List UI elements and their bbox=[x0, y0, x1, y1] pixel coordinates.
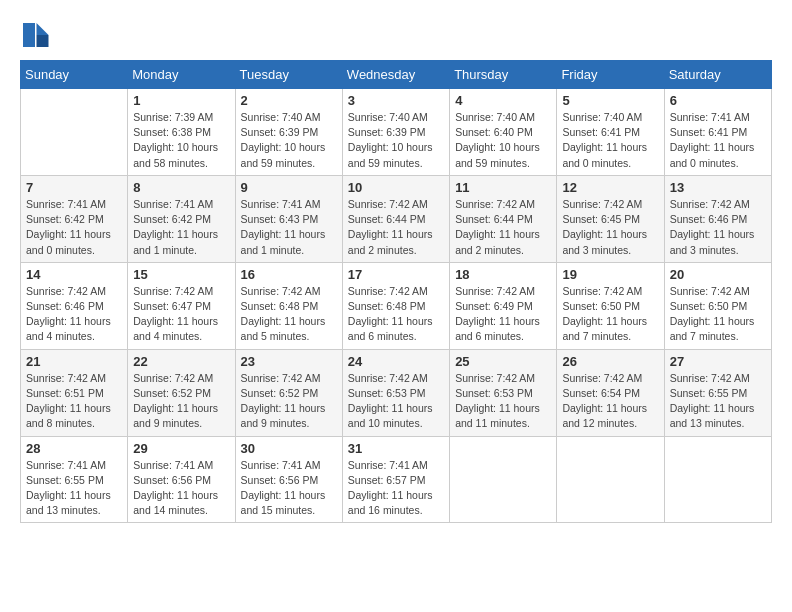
logo-icon bbox=[20, 20, 50, 50]
day-detail: Sunrise: 7:41 AM Sunset: 6:42 PM Dayligh… bbox=[26, 197, 122, 258]
calendar-cell bbox=[557, 436, 664, 523]
day-detail: Sunrise: 7:42 AM Sunset: 6:54 PM Dayligh… bbox=[562, 371, 658, 432]
calendar-cell: 28Sunrise: 7:41 AM Sunset: 6:55 PM Dayli… bbox=[21, 436, 128, 523]
calendar-cell: 16Sunrise: 7:42 AM Sunset: 6:48 PM Dayli… bbox=[235, 262, 342, 349]
calendar-cell bbox=[21, 89, 128, 176]
calendar-cell: 26Sunrise: 7:42 AM Sunset: 6:54 PM Dayli… bbox=[557, 349, 664, 436]
day-number: 20 bbox=[670, 267, 766, 282]
day-number: 16 bbox=[241, 267, 337, 282]
day-detail: Sunrise: 7:42 AM Sunset: 6:52 PM Dayligh… bbox=[133, 371, 229, 432]
day-number: 13 bbox=[670, 180, 766, 195]
calendar-cell: 10Sunrise: 7:42 AM Sunset: 6:44 PM Dayli… bbox=[342, 175, 449, 262]
day-number: 3 bbox=[348, 93, 444, 108]
day-detail: Sunrise: 7:42 AM Sunset: 6:49 PM Dayligh… bbox=[455, 284, 551, 345]
svg-rect-2 bbox=[23, 23, 35, 47]
day-number: 5 bbox=[562, 93, 658, 108]
calendar-cell bbox=[450, 436, 557, 523]
day-detail: Sunrise: 7:41 AM Sunset: 6:55 PM Dayligh… bbox=[26, 458, 122, 519]
calendar-cell: 19Sunrise: 7:42 AM Sunset: 6:50 PM Dayli… bbox=[557, 262, 664, 349]
day-number: 4 bbox=[455, 93, 551, 108]
calendar-cell: 23Sunrise: 7:42 AM Sunset: 6:52 PM Dayli… bbox=[235, 349, 342, 436]
day-detail: Sunrise: 7:42 AM Sunset: 6:55 PM Dayligh… bbox=[670, 371, 766, 432]
day-detail: Sunrise: 7:41 AM Sunset: 6:56 PM Dayligh… bbox=[133, 458, 229, 519]
calendar-cell: 17Sunrise: 7:42 AM Sunset: 6:48 PM Dayli… bbox=[342, 262, 449, 349]
header-cell-tuesday: Tuesday bbox=[235, 61, 342, 89]
day-detail: Sunrise: 7:40 AM Sunset: 6:39 PM Dayligh… bbox=[348, 110, 444, 171]
day-number: 15 bbox=[133, 267, 229, 282]
day-number: 30 bbox=[241, 441, 337, 456]
calendar-cell: 31Sunrise: 7:41 AM Sunset: 6:57 PM Dayli… bbox=[342, 436, 449, 523]
day-number: 28 bbox=[26, 441, 122, 456]
header-cell-wednesday: Wednesday bbox=[342, 61, 449, 89]
day-detail: Sunrise: 7:41 AM Sunset: 6:41 PM Dayligh… bbox=[670, 110, 766, 171]
day-number: 23 bbox=[241, 354, 337, 369]
calendar-cell: 3Sunrise: 7:40 AM Sunset: 6:39 PM Daylig… bbox=[342, 89, 449, 176]
calendar-cell: 4Sunrise: 7:40 AM Sunset: 6:40 PM Daylig… bbox=[450, 89, 557, 176]
calendar-week-1: 1Sunrise: 7:39 AM Sunset: 6:38 PM Daylig… bbox=[21, 89, 772, 176]
day-detail: Sunrise: 7:42 AM Sunset: 6:44 PM Dayligh… bbox=[455, 197, 551, 258]
day-detail: Sunrise: 7:41 AM Sunset: 6:57 PM Dayligh… bbox=[348, 458, 444, 519]
header-cell-saturday: Saturday bbox=[664, 61, 771, 89]
day-detail: Sunrise: 7:42 AM Sunset: 6:48 PM Dayligh… bbox=[348, 284, 444, 345]
calendar-cell: 6Sunrise: 7:41 AM Sunset: 6:41 PM Daylig… bbox=[664, 89, 771, 176]
day-detail: Sunrise: 7:40 AM Sunset: 6:39 PM Dayligh… bbox=[241, 110, 337, 171]
day-detail: Sunrise: 7:41 AM Sunset: 6:56 PM Dayligh… bbox=[241, 458, 337, 519]
calendar-cell: 7Sunrise: 7:41 AM Sunset: 6:42 PM Daylig… bbox=[21, 175, 128, 262]
calendar-cell bbox=[664, 436, 771, 523]
calendar-cell: 29Sunrise: 7:41 AM Sunset: 6:56 PM Dayli… bbox=[128, 436, 235, 523]
day-number: 8 bbox=[133, 180, 229, 195]
calendar-week-4: 21Sunrise: 7:42 AM Sunset: 6:51 PM Dayli… bbox=[21, 349, 772, 436]
day-number: 9 bbox=[241, 180, 337, 195]
calendar-cell: 27Sunrise: 7:42 AM Sunset: 6:55 PM Dayli… bbox=[664, 349, 771, 436]
day-number: 29 bbox=[133, 441, 229, 456]
calendar-cell: 11Sunrise: 7:42 AM Sunset: 6:44 PM Dayli… bbox=[450, 175, 557, 262]
day-detail: Sunrise: 7:42 AM Sunset: 6:47 PM Dayligh… bbox=[133, 284, 229, 345]
day-number: 10 bbox=[348, 180, 444, 195]
header-cell-thursday: Thursday bbox=[450, 61, 557, 89]
calendar-cell: 5Sunrise: 7:40 AM Sunset: 6:41 PM Daylig… bbox=[557, 89, 664, 176]
day-detail: Sunrise: 7:42 AM Sunset: 6:46 PM Dayligh… bbox=[670, 197, 766, 258]
day-detail: Sunrise: 7:42 AM Sunset: 6:50 PM Dayligh… bbox=[562, 284, 658, 345]
day-number: 1 bbox=[133, 93, 229, 108]
day-number: 6 bbox=[670, 93, 766, 108]
day-number: 31 bbox=[348, 441, 444, 456]
header-cell-monday: Monday bbox=[128, 61, 235, 89]
calendar-cell: 22Sunrise: 7:42 AM Sunset: 6:52 PM Dayli… bbox=[128, 349, 235, 436]
day-number: 27 bbox=[670, 354, 766, 369]
page-header bbox=[20, 20, 772, 50]
calendar-cell: 20Sunrise: 7:42 AM Sunset: 6:50 PM Dayli… bbox=[664, 262, 771, 349]
header-cell-sunday: Sunday bbox=[21, 61, 128, 89]
day-detail: Sunrise: 7:40 AM Sunset: 6:40 PM Dayligh… bbox=[455, 110, 551, 171]
day-number: 17 bbox=[348, 267, 444, 282]
day-number: 25 bbox=[455, 354, 551, 369]
day-detail: Sunrise: 7:42 AM Sunset: 6:53 PM Dayligh… bbox=[348, 371, 444, 432]
calendar-cell: 15Sunrise: 7:42 AM Sunset: 6:47 PM Dayli… bbox=[128, 262, 235, 349]
calendar-cell: 1Sunrise: 7:39 AM Sunset: 6:38 PM Daylig… bbox=[128, 89, 235, 176]
calendar-cell: 25Sunrise: 7:42 AM Sunset: 6:53 PM Dayli… bbox=[450, 349, 557, 436]
day-detail: Sunrise: 7:40 AM Sunset: 6:41 PM Dayligh… bbox=[562, 110, 658, 171]
day-detail: Sunrise: 7:42 AM Sunset: 6:50 PM Dayligh… bbox=[670, 284, 766, 345]
calendar-cell: 13Sunrise: 7:42 AM Sunset: 6:46 PM Dayli… bbox=[664, 175, 771, 262]
calendar-cell: 2Sunrise: 7:40 AM Sunset: 6:39 PM Daylig… bbox=[235, 89, 342, 176]
calendar-cell: 30Sunrise: 7:41 AM Sunset: 6:56 PM Dayli… bbox=[235, 436, 342, 523]
day-number: 19 bbox=[562, 267, 658, 282]
calendar-cell: 9Sunrise: 7:41 AM Sunset: 6:43 PM Daylig… bbox=[235, 175, 342, 262]
day-detail: Sunrise: 7:39 AM Sunset: 6:38 PM Dayligh… bbox=[133, 110, 229, 171]
day-detail: Sunrise: 7:42 AM Sunset: 6:46 PM Dayligh… bbox=[26, 284, 122, 345]
day-number: 2 bbox=[241, 93, 337, 108]
day-number: 12 bbox=[562, 180, 658, 195]
svg-marker-1 bbox=[37, 35, 49, 47]
day-detail: Sunrise: 7:42 AM Sunset: 6:51 PM Dayligh… bbox=[26, 371, 122, 432]
calendar-cell: 18Sunrise: 7:42 AM Sunset: 6:49 PM Dayli… bbox=[450, 262, 557, 349]
calendar-week-5: 28Sunrise: 7:41 AM Sunset: 6:55 PM Dayli… bbox=[21, 436, 772, 523]
day-detail: Sunrise: 7:41 AM Sunset: 6:42 PM Dayligh… bbox=[133, 197, 229, 258]
calendar-cell: 24Sunrise: 7:42 AM Sunset: 6:53 PM Dayli… bbox=[342, 349, 449, 436]
day-detail: Sunrise: 7:42 AM Sunset: 6:45 PM Dayligh… bbox=[562, 197, 658, 258]
day-number: 18 bbox=[455, 267, 551, 282]
calendar-week-3: 14Sunrise: 7:42 AM Sunset: 6:46 PM Dayli… bbox=[21, 262, 772, 349]
logo bbox=[20, 20, 54, 50]
day-number: 7 bbox=[26, 180, 122, 195]
day-detail: Sunrise: 7:41 AM Sunset: 6:43 PM Dayligh… bbox=[241, 197, 337, 258]
day-detail: Sunrise: 7:42 AM Sunset: 6:52 PM Dayligh… bbox=[241, 371, 337, 432]
calendar-cell: 21Sunrise: 7:42 AM Sunset: 6:51 PM Dayli… bbox=[21, 349, 128, 436]
